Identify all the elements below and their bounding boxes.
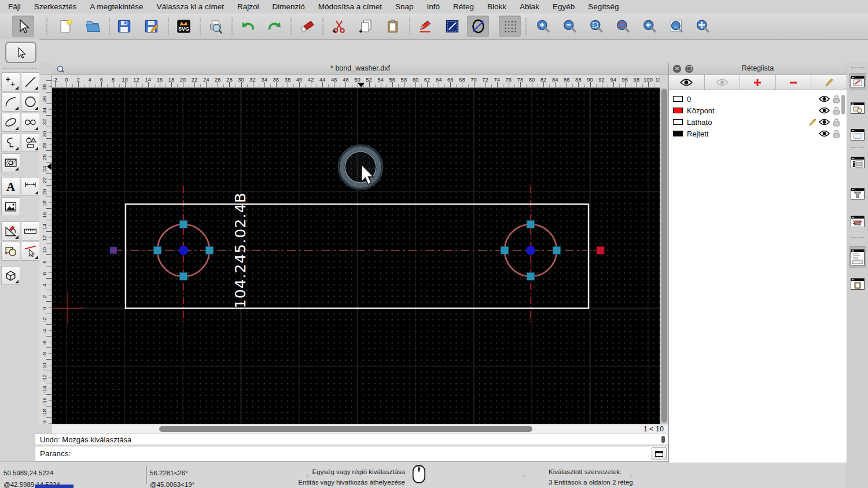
spline-tool-button[interactable]	[21, 113, 40, 132]
h-ruler-label: 84	[552, 76, 558, 83]
palette-select-button[interactable]	[5, 42, 36, 63]
dock-drag-handle[interactable]	[851, 147, 865, 148]
vertical-scroll-thumb[interactable]	[661, 89, 667, 423]
menu-egy-b[interactable]: Egyéb	[553, 2, 575, 11]
image-tool-button[interactable]	[1, 197, 20, 216]
v-ruler-label: 20	[41, 189, 47, 195]
dock-drag-handle[interactable]	[851, 67, 865, 68]
layer-panel-titlebar[interactable]: ✕ ❐ Réteglista	[669, 62, 847, 75]
open-file-button[interactable]	[82, 16, 104, 37]
menu-szerkeszt-s[interactable]: Szerkesztés	[34, 2, 77, 11]
drawing-window-titlebar[interactable]: * bond_washer.dxf	[52, 62, 668, 75]
layer-visibility-eye-icon[interactable]	[818, 95, 830, 102]
polygon-tool-button[interactable]	[21, 133, 40, 152]
draw-circle-button[interactable]	[467, 16, 489, 37]
menu-a-megtekint-se[interactable]: A megtekintése	[90, 2, 143, 11]
zoom-auto-button[interactable]	[585, 16, 607, 37]
save-button[interactable]	[113, 16, 135, 37]
dock-library-button[interactable]	[849, 126, 866, 143]
zoom-window-button[interactable]	[612, 16, 634, 37]
layer-visibility-eye-icon[interactable]	[818, 119, 830, 125]
circle-tool-button[interactable]	[21, 93, 40, 112]
drawing-canvas[interactable]: 104.245.02.4B	[52, 88, 660, 424]
v-ruler-label: -6	[41, 341, 47, 345]
layer-row[interactable]: 0	[669, 93, 847, 105]
dock-filter-button[interactable]	[849, 185, 866, 202]
menu-rajzol[interactable]: Rajzol	[237, 2, 259, 11]
menu-blokk[interactable]: Blokk	[487, 2, 506, 11]
menu-r-teg[interactable]: Réteg	[453, 2, 474, 11]
draw-pencil-button[interactable]	[414, 16, 436, 37]
command-options-button[interactable]	[652, 447, 667, 460]
layer-row[interactable]: Központ	[669, 105, 847, 116]
dock-command-button[interactable]	[849, 246, 866, 268]
polyline-tool-button[interactable]	[1, 133, 20, 152]
zoom-previous-button[interactable]	[638, 16, 660, 37]
paste-button[interactable]	[381, 16, 403, 37]
cut-button[interactable]	[328, 16, 350, 37]
horizontal-scroll-thumb[interactable]	[159, 426, 532, 432]
modify-tool-button[interactable]	[1, 221, 20, 241]
line-tool-button[interactable]	[21, 72, 40, 91]
layer-lock-icon[interactable]	[830, 130, 842, 138]
zoom-redraw-button[interactable]	[665, 16, 687, 37]
solid-3d-tool-button[interactable]	[1, 266, 20, 285]
hide-all-layers-button[interactable]	[705, 75, 741, 90]
text-tool-button[interactable]: A	[1, 177, 20, 196]
draw-line-button[interactable]	[441, 16, 463, 37]
layer-row[interactable]: Látható	[669, 116, 847, 128]
export-svg-button[interactable]: SVG	[172, 16, 194, 37]
layer-lock-icon[interactable]	[830, 95, 842, 103]
v-ruler-label: -4	[41, 329, 47, 334]
dock-blocks-button[interactable]	[849, 99, 866, 117]
arc-tool-button[interactable]	[1, 93, 20, 112]
add-layer-button[interactable]	[740, 75, 776, 90]
palette-drag-handle[interactable]	[2, 68, 37, 69]
menu-v-lassza-ki-a-c-met[interactable]: Válassza ki a címet	[157, 2, 224, 11]
history-scroll-thumb[interactable]	[661, 436, 665, 443]
save-as-button[interactable]	[140, 16, 162, 37]
plus-icon	[753, 78, 762, 87]
undo-button[interactable]	[237, 16, 259, 37]
dock-layer-list-button[interactable]	[849, 154, 866, 171]
measure-tool-button[interactable]	[21, 221, 40, 241]
dock-pen-button[interactable]	[849, 213, 866, 230]
hatch-tool-button[interactable]	[1, 153, 20, 172]
print-preview-button[interactable]	[204, 16, 226, 37]
menu-snap[interactable]: Snap	[395, 2, 414, 11]
zoom-out-button[interactable]	[558, 16, 580, 37]
layer-row[interactable]: Rejtett	[669, 128, 847, 139]
dimension-tool-button[interactable]	[21, 177, 40, 196]
menu-ablak[interactable]: Ablak	[520, 2, 539, 11]
zoom-pan-button[interactable]	[692, 16, 713, 37]
remove-layer-button[interactable]	[776, 75, 812, 90]
menu-seg-ts-g[interactable]: Segítség	[588, 2, 619, 11]
dock-drag-handle[interactable]	[851, 237, 865, 238]
select-tool-button[interactable]	[12, 16, 34, 37]
redo-button[interactable]	[263, 16, 285, 37]
canvas-horizontal-scrollbar[interactable]: 1 < 10	[52, 424, 668, 434]
layer-visibility-eye-icon[interactable]	[818, 130, 830, 137]
zoom-in-button[interactable]	[532, 16, 554, 37]
layer-lock-icon[interactable]	[830, 118, 842, 127]
deselect-tool-button[interactable]	[21, 242, 40, 261]
copy-button[interactable]	[355, 16, 377, 37]
block-tool-button[interactable]	[1, 242, 20, 261]
command-input[interactable]	[111, 447, 651, 461]
show-all-layers-button[interactable]	[669, 75, 705, 90]
grid-toggle-button[interactable]	[499, 16, 521, 37]
ellipse-tool-button[interactable]	[1, 113, 20, 132]
new-document-button[interactable]	[54, 16, 76, 37]
menu-dimenzi-[interactable]: Dimenzió	[272, 2, 304, 11]
menu-m-dos-tsa-a-c-met[interactable]: Módosítsa a címet	[318, 2, 382, 11]
layer-visibility-eye-icon[interactable]	[818, 107, 830, 114]
points-tool-button[interactable]	[1, 72, 20, 91]
layer-lock-icon[interactable]	[830, 106, 842, 115]
canvas-vertical-scrollbar[interactable]	[660, 88, 668, 424]
dock-clipboard-button[interactable]	[849, 275, 866, 293]
eraser-button[interactable]	[296, 16, 318, 37]
edit-layer-button[interactable]	[811, 75, 847, 90]
menu-f-jl[interactable]: Fájl	[8, 2, 21, 11]
menu-inf-[interactable]: Infó	[427, 2, 440, 11]
dock-properties-button[interactable]	[849, 73, 866, 90]
